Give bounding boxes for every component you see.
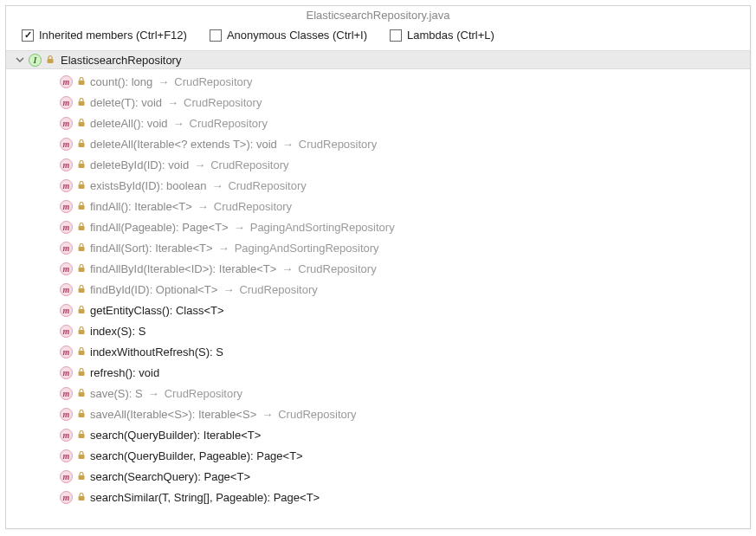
lock-icon (76, 242, 87, 253)
method-node[interactable]: msearch(SearchQuery): Page<T> (6, 466, 750, 487)
method-icon: m (60, 429, 73, 442)
svg-rect-18 (79, 434, 85, 438)
method-signature: count(): long (90, 75, 152, 88)
method-origin: CrudRepository (174, 75, 252, 88)
method-icon: m (60, 75, 73, 88)
method-signature: deleteAll(): void (90, 117, 168, 130)
svg-rect-7 (79, 205, 85, 210)
method-node[interactable]: msearch(QueryBuilder, Pageable): Page<T> (6, 445, 750, 466)
arrow-icon: → (211, 179, 223, 192)
svg-rect-15 (79, 371, 85, 376)
arrow-icon: → (234, 221, 245, 234)
svg-rect-21 (79, 496, 85, 500)
lock-icon (76, 263, 87, 274)
method-icon: m (60, 470, 73, 483)
svg-rect-19 (79, 455, 85, 459)
method-icon: m (60, 387, 73, 400)
method-origin: CrudRepository (214, 200, 292, 213)
method-icon: m (60, 179, 73, 192)
method-icon: m (60, 304, 73, 317)
svg-rect-2 (79, 101, 85, 106)
method-node[interactable]: mexistsById(ID): boolean→CrudRepository (6, 175, 750, 196)
arrow-icon: → (218, 242, 229, 255)
arrow-icon: → (194, 158, 205, 171)
svg-rect-0 (48, 59, 54, 63)
class-node[interactable]: I ElasticsearchRepository (6, 50, 750, 69)
option-label: Inherited members (Ctrl+F12) (39, 29, 187, 42)
svg-rect-4 (79, 143, 85, 147)
method-icon: m (60, 325, 73, 338)
arrow-icon: → (173, 117, 184, 130)
method-node[interactable]: msearch(QueryBuilder): Iterable<T> (6, 424, 750, 445)
method-icon: m (60, 96, 73, 109)
method-node[interactable]: mdelete(T): void→CrudRepository (6, 92, 750, 113)
method-node[interactable]: mfindById(ID): Optional<T>→CrudRepositor… (6, 279, 750, 300)
method-node[interactable]: mrefresh(): void (6, 362, 750, 383)
method-node[interactable]: mcount(): long→CrudRepository (6, 71, 750, 92)
method-origin: CrudRepository (239, 283, 317, 296)
method-icon: m (60, 262, 73, 275)
svg-rect-10 (79, 268, 85, 272)
method-icon: m (60, 158, 73, 171)
svg-rect-13 (79, 330, 85, 334)
method-node[interactable]: mdeleteAll(): void→CrudRepository (6, 113, 750, 133)
lock-icon (76, 492, 87, 502)
method-node[interactable]: mdeleteById(ID): void→CrudRepository (6, 154, 750, 175)
method-icon: m (60, 200, 73, 213)
method-icon: m (60, 408, 73, 421)
arrow-icon: → (167, 96, 178, 109)
method-origin: CrudRepository (184, 96, 262, 109)
lock-icon (76, 367, 87, 378)
method-signature: existsById(ID): boolean (90, 179, 206, 192)
method-icon: m (60, 283, 73, 296)
lock-icon (76, 305, 87, 315)
svg-rect-14 (79, 351, 85, 355)
method-node[interactable]: mfindAll(Sort): Iterable<T>→PagingAndSor… (6, 237, 750, 258)
arrow-icon: → (197, 200, 209, 213)
method-origin: CrudRepository (228, 179, 306, 192)
svg-rect-20 (79, 475, 85, 480)
method-signature: refresh(): void (90, 366, 159, 379)
method-icon: m (60, 449, 73, 462)
method-node[interactable]: mdeleteAll(Iterable<? extends T>): void→… (6, 133, 750, 154)
method-icon: m (60, 138, 73, 151)
method-node[interactable]: mindex(S): S (6, 320, 750, 341)
method-node[interactable]: mfindAll(): Iterable<T>→CrudRepository (6, 196, 750, 216)
arrow-icon: → (148, 387, 159, 400)
method-origin: CrudRepository (190, 117, 268, 130)
svg-rect-5 (79, 164, 85, 168)
lock-icon (76, 97, 87, 107)
method-signature: search(QueryBuilder, Pageable): Page<T> (90, 449, 303, 462)
svg-rect-8 (79, 226, 85, 230)
method-origin: CrudRepository (299, 138, 377, 151)
method-signature: deleteAll(Iterable<? extends T>): void (90, 138, 277, 151)
checkbox-icon (390, 29, 402, 42)
option-anonymous[interactable]: Anonymous Classes (Ctrl+I) (210, 29, 367, 42)
option-lambdas[interactable]: Lambdas (Ctrl+L) (390, 29, 494, 42)
method-signature: findAllById(Iterable<ID>): Iterable<T> (90, 262, 276, 275)
method-node[interactable]: mfindAllById(Iterable<ID>): Iterable<T>→… (6, 258, 750, 279)
option-label: Lambdas (Ctrl+L) (407, 29, 494, 42)
svg-rect-6 (79, 184, 85, 189)
method-node[interactable]: msave(S): S→CrudRepository (6, 383, 750, 404)
chevron-down-icon[interactable] (15, 55, 25, 65)
method-signature: search(QueryBuilder): Iterable<T> (90, 429, 261, 442)
method-icon: m (60, 117, 73, 130)
method-signature: deleteById(ID): void (90, 158, 189, 171)
structure-tree: I ElasticsearchRepository mcount(): long… (6, 50, 750, 507)
method-node[interactable]: mindexWithoutRefresh(S): S (6, 341, 750, 362)
method-node[interactable]: mfindAll(Pageable): Page<T>→PagingAndSor… (6, 216, 750, 237)
lock-icon (76, 450, 87, 461)
method-icon: m (60, 242, 73, 255)
arrow-icon: → (282, 138, 294, 151)
svg-rect-9 (79, 247, 85, 251)
option-inherited[interactable]: Inherited members (Ctrl+F12) (22, 29, 187, 42)
method-node[interactable]: mgetEntityClass(): Class<T> (6, 300, 750, 320)
method-node[interactable]: msaveAll(Iterable<S>): Iterable<S>→CrudR… (6, 404, 750, 424)
svg-rect-3 (79, 122, 85, 126)
method-signature: findAll(Pageable): Page<T> (90, 221, 229, 234)
lock-icon (76, 118, 87, 128)
method-signature: save(S): S (90, 387, 143, 400)
method-node[interactable]: msearchSimilar(T, String[], Pageable): P… (6, 487, 750, 507)
method-signature: delete(T): void (90, 96, 162, 109)
